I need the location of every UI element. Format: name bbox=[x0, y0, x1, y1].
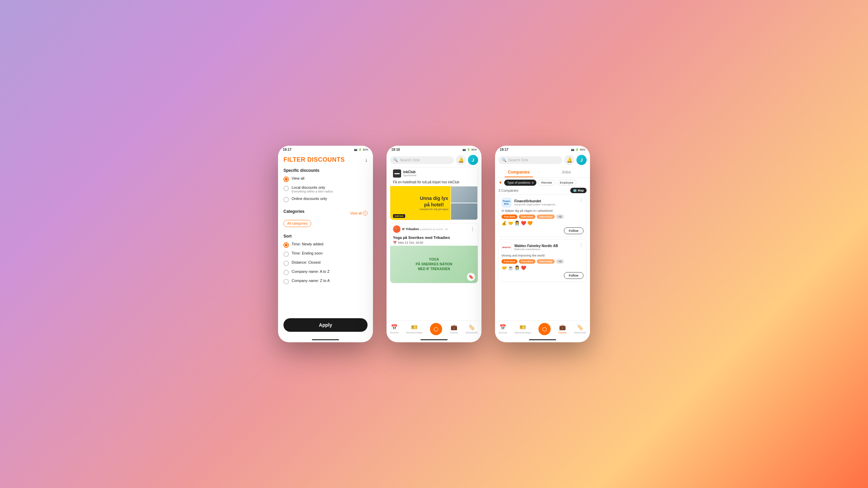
tab-companies[interactable]: Companies bbox=[495, 167, 542, 177]
nav-career-center-2[interactable]: ⬡ bbox=[430, 323, 442, 335]
phone-career: 19:17 📷 🔋 31% 🔍 Search Orbi 🔔 J Companie… bbox=[495, 146, 590, 342]
events-label-2: Events bbox=[390, 331, 398, 334]
map-button[interactable]: 🗺️ Map bbox=[570, 188, 587, 193]
tag-parttime-1: Part-time bbox=[519, 215, 535, 219]
company-more-2[interactable]: ⋮ bbox=[579, 242, 584, 248]
radio-sort-newly bbox=[283, 242, 289, 248]
wabtec-logo: WABTEC bbox=[501, 242, 512, 252]
filter-chip-employee[interactable]: Employee bbox=[557, 180, 576, 186]
tag-fulltime-1: Full-time bbox=[501, 215, 517, 219]
specific-discounts-label: Specific discounts bbox=[283, 168, 368, 173]
company-type-2: Railroad manufacture bbox=[514, 248, 558, 251]
search-input-wrap-2[interactable]: 🔍 Search Orbi bbox=[390, 156, 454, 164]
career-label-2: Career bbox=[450, 331, 458, 334]
search-input-wrap-3[interactable]: 🔍 Search Orbi bbox=[498, 156, 562, 164]
sort-label: Sort bbox=[283, 234, 368, 239]
company-desc-2: Moving and improving the world bbox=[501, 254, 584, 257]
company-header-1: Finansförb. Finansförbundet Nonprofit or… bbox=[501, 198, 584, 208]
nav-career-3[interactable]: 💼 Career bbox=[558, 324, 567, 334]
label-sort-za: Company name: Z to A bbox=[292, 279, 330, 283]
radio-circle-view-all bbox=[283, 177, 289, 182]
notification-button-3[interactable]: 🔔 bbox=[564, 155, 574, 165]
feed-scroll: inkClub Sponsored Få en hotellnatt för t… bbox=[387, 167, 481, 321]
nav-events-2[interactable]: 📅 Events bbox=[390, 324, 398, 334]
radio-label-online: Online discounts only bbox=[292, 197, 327, 201]
filter-content: FILTER DISCOUNTS ↓ Specific discounts Vi… bbox=[278, 153, 373, 338]
ad-photo-1 bbox=[451, 186, 478, 203]
event-more-icon[interactable]: ⋮ bbox=[470, 226, 475, 232]
status-bar-3: 19:17 📷 🔋 31% bbox=[495, 146, 590, 153]
avatar-button-3[interactable]: J bbox=[576, 155, 587, 165]
nav-discounts-2[interactable]: 🏷️ Discounts bbox=[466, 324, 478, 334]
events-label-3: Events bbox=[499, 331, 507, 334]
nav-events-3[interactable]: 📅 Events bbox=[499, 324, 507, 334]
status-icons-2: 📷 🔋 31% bbox=[462, 148, 477, 151]
nav-discounts-3[interactable]: 🏷️ Discounts bbox=[574, 324, 586, 334]
nav-career-2[interactable]: 💼 Career bbox=[450, 324, 458, 334]
follow-button-2[interactable]: Follow bbox=[564, 272, 584, 279]
filter-chip-type[interactable]: Type of positions: 4 bbox=[504, 180, 537, 186]
finansforbundet-logo: Finansförb. bbox=[501, 198, 512, 208]
career-center-icon-3: ⬡ bbox=[538, 323, 551, 335]
event-image: YOGAPÅ SNERIKES NATIONMED IF TREKADIEN 🔖 bbox=[390, 246, 478, 283]
search-text-3: Search Orbi bbox=[508, 158, 528, 162]
nav-memberships-2[interactable]: 🎫 Memberships bbox=[406, 324, 422, 334]
filter-chip-remote[interactable]: Remote bbox=[538, 180, 555, 186]
company-name-2: Wabtec Faiveley Nordic AB bbox=[514, 244, 558, 248]
radio-online[interactable]: Online discounts only bbox=[283, 197, 368, 202]
tags-row-2: Full-time Part-time Internship +3 bbox=[501, 259, 584, 264]
radio-circle-online bbox=[283, 197, 289, 202]
results-count: 3 Companies bbox=[498, 189, 518, 192]
filter-row: ▼ Type of positions: 4 Remote Employee bbox=[495, 178, 590, 188]
home-indicator-3 bbox=[529, 339, 556, 340]
events-icon-3: 📅 bbox=[499, 324, 506, 330]
notification-button-2[interactable]: 🔔 bbox=[456, 155, 466, 165]
all-categories-tag[interactable]: All categories bbox=[283, 220, 311, 227]
event-bookmark-icon[interactable]: 🔖 bbox=[467, 273, 475, 281]
apply-button[interactable]: Apply bbox=[283, 318, 368, 332]
tag-more-2: +3 bbox=[556, 259, 564, 264]
career-icon-2: 💼 bbox=[451, 324, 457, 330]
event-pub-name: IF Trikadien bbox=[402, 227, 419, 231]
tab-jobs[interactable]: Jobs bbox=[542, 167, 590, 177]
tag-internship-2: Internship bbox=[537, 259, 555, 264]
ad-photo-2 bbox=[451, 203, 478, 220]
filter-arrow-icon[interactable]: ↓ bbox=[365, 157, 368, 163]
phone-feed: 19:16 📷 🔋 31% 🔍 Search Orbi 🔔 J bbox=[387, 146, 481, 342]
radio-label-view-all: View all bbox=[292, 176, 304, 180]
view-all-button[interactable]: View all + bbox=[350, 211, 368, 216]
company-more-1[interactable]: ⋮ bbox=[579, 198, 584, 203]
sort-company-az[interactable]: Company name: A to Z bbox=[283, 269, 368, 275]
event-card-trikadien: 🏃 IF Trikadien published an event · 2h ⋮… bbox=[390, 223, 478, 283]
radio-sort-az bbox=[283, 270, 289, 275]
sort-distance[interactable]: Distance: Closest bbox=[283, 260, 368, 266]
radio-view-all[interactable]: View all bbox=[283, 176, 368, 182]
career-label-3: Career bbox=[558, 331, 567, 334]
nav-career-center-3[interactable]: ⬡ bbox=[538, 323, 551, 335]
discounts-label-2: Discounts bbox=[466, 331, 478, 334]
ad-card-inkclub: inkClub Sponsored Få en hotellnatt för t… bbox=[390, 167, 478, 220]
tag-internship-1: Internship bbox=[537, 215, 555, 219]
emojis-1: 💰 🤝 👩‍💼 ❤️ 🧡 bbox=[501, 221, 584, 226]
radio-sublabel-local: Everything within a 5km radius bbox=[292, 190, 333, 193]
phone-filter-discounts: 19:17 📷 🔋 31% FILTER DISCOUNTS ↓ Specifi… bbox=[278, 146, 373, 342]
status-bar-1: 19:17 📷 🔋 31% bbox=[278, 146, 373, 153]
yoga-event-text: YOGAPÅ SNERIKES NATIONMED IF TREKADIEN bbox=[416, 257, 452, 271]
radio-sort-za bbox=[283, 279, 289, 284]
discounts-icon-3: 🏷️ bbox=[577, 324, 584, 330]
memberships-label-2: Memberships bbox=[406, 331, 422, 334]
sort-ending-soon[interactable]: Time: Ending soon bbox=[283, 251, 368, 257]
avatar-button-2[interactable]: J bbox=[468, 155, 478, 165]
ad-image: Unna dig lyxpå hotel! Hotellet för två p… bbox=[390, 186, 478, 220]
tag-parttime-2: Part-time bbox=[519, 259, 535, 264]
ad-header: inkClub Sponsored bbox=[390, 167, 478, 180]
search-text-2: Search Orbi bbox=[400, 158, 420, 162]
sort-company-za[interactable]: Company name: Z to A bbox=[283, 279, 368, 284]
sort-newly-added[interactable]: Time: Newly added bbox=[283, 242, 368, 248]
categories-header: Categories View all + bbox=[283, 209, 368, 217]
follow-button-1[interactable]: Follow bbox=[564, 227, 584, 234]
nav-memberships-3[interactable]: 🎫 Memberships bbox=[515, 324, 531, 334]
search-bar-3: 🔍 Search Orbi 🔔 J bbox=[495, 153, 590, 167]
feed-content: 🔍 Search Orbi 🔔 J inkClub Sponsored bbox=[387, 153, 481, 338]
radio-local[interactable]: Local discounts only Everything within a… bbox=[283, 185, 368, 193]
